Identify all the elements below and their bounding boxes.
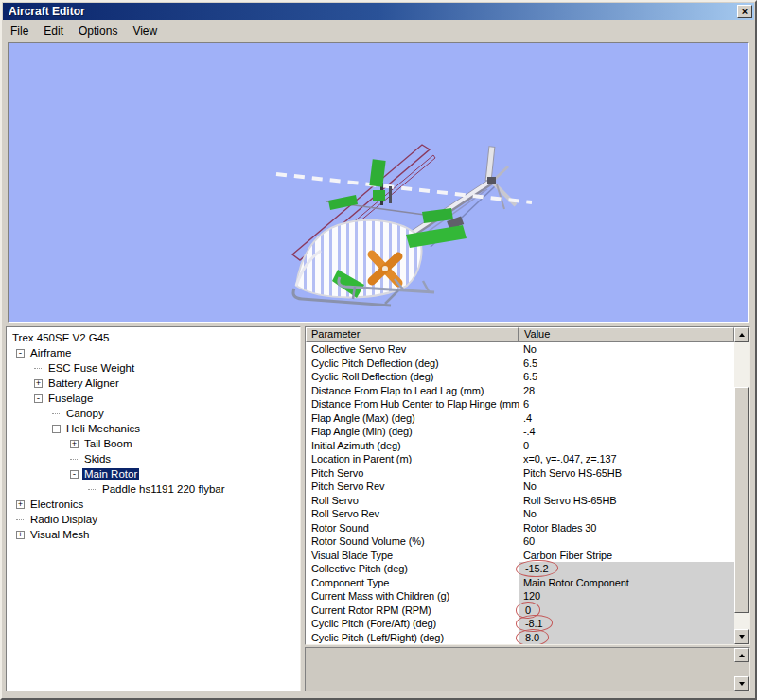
table-row[interactable]: Visual Blade TypeCarbon Fiber Stripe	[306, 549, 734, 563]
table-row[interactable]: Current Mass with Children (g)120	[306, 589, 734, 604]
tree-expand-icon[interactable]: +	[16, 500, 25, 509]
value-cell: x=0, y=-.047, z=.137	[519, 452, 734, 466]
table-scroll-up-button[interactable]	[734, 327, 749, 342]
tree-item-main-rotor[interactable]: -Main Rotor	[7, 466, 300, 481]
description-scroll-down-button[interactable]	[734, 676, 749, 691]
scroll-up-icon	[739, 333, 745, 337]
table-row[interactable]: Cyclic Roll Deflection (deg)6.5	[306, 370, 734, 384]
tree-item-skids[interactable]: Skids	[7, 451, 300, 466]
value-cell: Roll Servo HS-65HB	[519, 494, 734, 508]
value-cell: 0	[519, 439, 734, 453]
scroll-down-icon	[739, 682, 745, 686]
value-cell: 6	[519, 397, 734, 411]
param-cell: Distance From Flap to Lead Lag (mm)	[306, 384, 519, 398]
tree-item-trex-450se-v2-g45[interactable]: Trex 450SE V2 G45	[7, 330, 300, 345]
value-cell: .4	[519, 411, 734, 426]
table-row[interactable]: Rotor SoundRotor Blades 30	[306, 521, 734, 535]
param-cell: Location in Parent (m)	[306, 452, 519, 466]
param-cell: Cyclic Roll Deflection (deg)	[306, 370, 519, 384]
table-scroll-down-button[interactable]	[734, 629, 749, 644]
tree-item-label: Skids	[82, 453, 113, 464]
table-row[interactable]: Flap Angle (Min) (deg)-.4	[306, 425, 734, 439]
viewport-3d[interactable]	[8, 42, 749, 323]
tree-expand-icon[interactable]: +	[16, 531, 25, 539]
value-cell: 8.0	[519, 631, 734, 645]
component-tree-panel: Trex 450SE V2 G45-AirframeESC Fuse Weigh…	[6, 326, 301, 691]
tree-expand-icon[interactable]: +	[34, 379, 43, 388]
table-row[interactable]: Flap Angle (Max) (deg).4	[306, 411, 734, 426]
table-row[interactable]: Rotor Sound Volume (%)60	[306, 534, 734, 549]
tree-item-heli-mechanics[interactable]: -Heli Mechanics	[7, 421, 300, 436]
tree-item-label: Heli Mechanics	[64, 423, 142, 434]
value-text: No	[523, 481, 537, 492]
tree-collapse-icon[interactable]: -	[16, 349, 25, 358]
tree-item-paddle-hs1191-220-flybar[interactable]: Paddle hs1191 220 flybar	[7, 481, 300, 497]
tree-item-label: ESC Fuse Weight	[46, 362, 136, 374]
tree-item-label: Electronics	[28, 499, 85, 510]
table-row[interactable]: Roll Servo RevNo	[306, 507, 734, 521]
table-row[interactable]: Location in Parent (m)x=0, y=-.047, z=.1…	[306, 452, 734, 466]
table-row[interactable]: Initial Azimuth (deg)0	[306, 439, 734, 453]
value-cell: Carbon Fiber Stripe	[519, 549, 734, 563]
tree-item-esc-fuse-weight[interactable]: ESC Fuse Weight	[7, 360, 300, 376]
tree-item-visual-mesh[interactable]: +Visual Mesh	[7, 527, 300, 542]
tree-item-radio-display[interactable]: Radio Display	[7, 512, 300, 527]
tree-connector-line	[34, 368, 42, 369]
param-cell: Cyclic Pitch (Left/Right) (deg)	[306, 631, 519, 645]
table-row[interactable]: Cyclic Pitch (Left/Right) (deg)8.0	[306, 631, 734, 645]
close-button[interactable]: ×	[737, 5, 752, 18]
tree-connector-line	[88, 489, 96, 490]
tree-item-canopy[interactable]: Canopy	[7, 406, 300, 421]
param-cell: Roll Servo Rev	[306, 507, 519, 521]
table-row[interactable]: Distance From Flap to Lead Lag (mm)28	[306, 384, 734, 398]
tree-item-label: Main Rotor	[82, 468, 139, 480]
value-cell: 0	[519, 604, 734, 618]
column-header-value[interactable]: Value	[519, 327, 734, 342]
tree-collapse-icon[interactable]: -	[34, 394, 43, 403]
parameter-table-panel: Parameter Value Collective Servo RevNoCy…	[305, 326, 750, 645]
value-cell: No	[519, 507, 734, 521]
value-cell: 28	[519, 384, 734, 398]
menu-item-edit[interactable]: Edit	[36, 23, 71, 40]
table-scrollbar[interactable]	[734, 327, 749, 644]
circled-value: 8.0	[523, 631, 541, 645]
table-scrollbar-thumb[interactable]	[734, 387, 749, 613]
value-text: .4	[523, 412, 532, 424]
circled-value: -15.2	[523, 562, 551, 576]
param-cell: Current Mass with Children (g)	[306, 589, 519, 604]
menu-item-file[interactable]: File	[3, 23, 36, 40]
table-row[interactable]: Collective Servo RevNo	[306, 342, 734, 357]
tree-collapse-icon[interactable]: -	[52, 425, 61, 433]
column-header-parameter[interactable]: Parameter	[306, 327, 519, 342]
tree-item-electronics[interactable]: +Electronics	[7, 497, 300, 512]
param-cell: Current Rotor RPM (RPM)	[306, 604, 519, 618]
tree-collapse-icon[interactable]: -	[70, 470, 79, 479]
menu-item-view[interactable]: View	[125, 23, 165, 40]
description-scroll-up-button[interactable]	[734, 648, 749, 662]
tree-item-tail-boom[interactable]: +Tail Boom	[7, 436, 300, 451]
table-row[interactable]: Cyclic Pitch Deflection (deg)6.5	[306, 357, 734, 371]
tree-item-fuselage[interactable]: -Fuselage	[7, 391, 300, 406]
value-text: -.4	[523, 426, 536, 437]
fuselage	[296, 183, 421, 297]
tree-connector-line	[70, 459, 78, 460]
table-row[interactable]: Pitch ServoPitch Servo HS-65HB	[306, 466, 734, 481]
value-text: 6.5	[523, 358, 537, 369]
tree-item-airframe[interactable]: -Airframe	[7, 345, 300, 360]
tree-item-label: Paddle hs1191 220 flybar	[100, 483, 227, 495]
table-row[interactable]: Roll ServoRoll Servo HS-65HB	[306, 494, 734, 508]
table-row[interactable]: Component TypeMain Rotor Component	[306, 576, 734, 590]
table-row[interactable]: Collective Pitch (deg)-15.2	[306, 562, 734, 576]
table-row[interactable]: Pitch Servo RevNo	[306, 480, 734, 494]
tree-item-battery-aligner[interactable]: +Battery Aligner	[7, 376, 300, 391]
param-cell: Cyclic Pitch (Fore/Aft) (deg)	[306, 617, 519, 631]
table-row[interactable]: Distance From Hub Center to Flap Hinge (…	[306, 397, 734, 411]
value-text: 6	[523, 398, 529, 410]
menu-item-options[interactable]: Options	[71, 23, 125, 40]
table-row[interactable]: Current Rotor RPM (RPM)0	[306, 604, 734, 618]
table-row[interactable]: Cyclic Pitch (Fore/Aft) (deg)-8.1	[306, 617, 734, 631]
param-cell: Flap Angle (Min) (deg)	[306, 425, 519, 439]
description-scrollbar[interactable]	[734, 648, 749, 691]
tree-list: Trex 450SE V2 G45-AirframeESC Fuse Weigh…	[7, 330, 300, 542]
tree-expand-icon[interactable]: +	[70, 440, 79, 448]
